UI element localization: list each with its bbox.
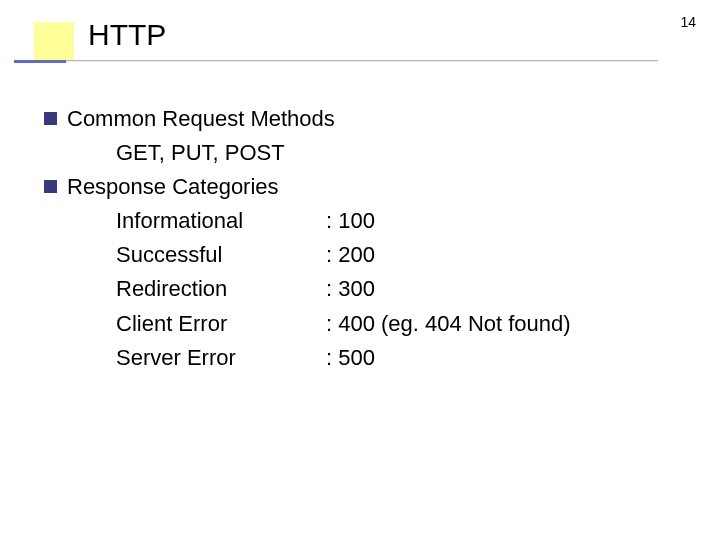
bullet-text: Common Request Methods bbox=[67, 102, 335, 136]
title-underline bbox=[38, 60, 658, 61]
response-category-code: : 400 (eg. 404 Not found) bbox=[326, 307, 684, 341]
response-category-label: Client Error bbox=[116, 307, 326, 341]
bullet-item: Response Categories bbox=[44, 170, 684, 204]
slide-title: HTTP bbox=[88, 18, 166, 52]
square-bullet-icon bbox=[44, 180, 57, 193]
page-number: 14 bbox=[680, 14, 696, 30]
response-category-row: Client Error : 400 (eg. 404 Not found) bbox=[116, 307, 684, 341]
response-category-code: : 500 bbox=[326, 341, 684, 375]
slide-body: Common Request Methods GET, PUT, POST Re… bbox=[44, 102, 684, 375]
response-category-label: Informational bbox=[116, 204, 326, 238]
response-category-code: : 200 bbox=[326, 238, 684, 272]
response-category-label: Redirection bbox=[116, 272, 326, 306]
bullet-subtext: GET, PUT, POST bbox=[116, 136, 684, 170]
response-category-row: Informational : 100 bbox=[116, 204, 684, 238]
response-category-label: Successful bbox=[116, 238, 326, 272]
title-accent-box bbox=[34, 22, 74, 62]
response-category-code: : 100 bbox=[326, 204, 684, 238]
response-category-row: Server Error : 500 bbox=[116, 341, 684, 375]
square-bullet-icon bbox=[44, 112, 57, 125]
bullet-item: Common Request Methods bbox=[44, 102, 684, 136]
bullet-text: Response Categories bbox=[67, 170, 279, 204]
title-block: HTTP bbox=[20, 18, 166, 52]
response-category-row: Successful : 200 bbox=[116, 238, 684, 272]
response-category-label: Server Error bbox=[116, 341, 326, 375]
response-category-row: Redirection : 300 bbox=[116, 272, 684, 306]
title-accent-bar bbox=[14, 60, 66, 63]
response-category-code: : 300 bbox=[326, 272, 684, 306]
